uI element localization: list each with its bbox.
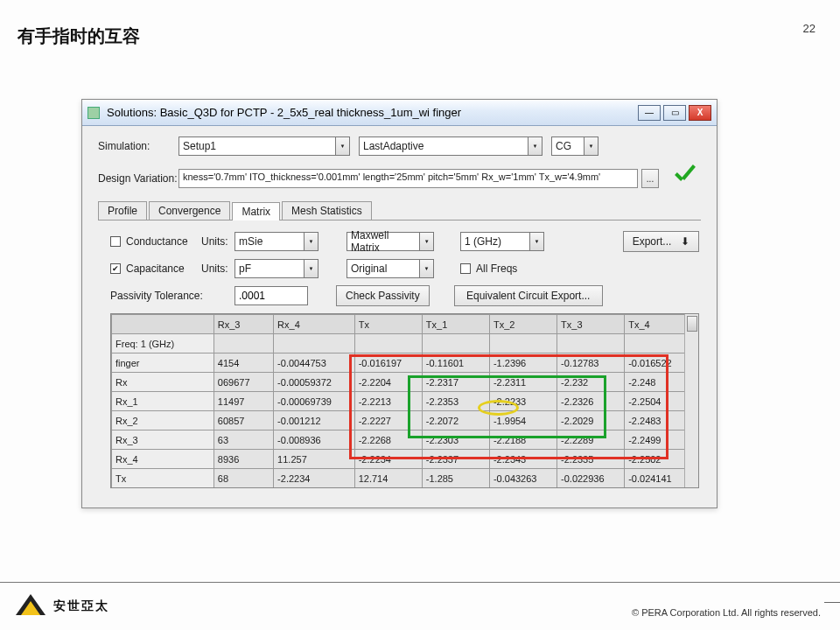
simulation-pass-select[interactable]: LastAdaptive▼ xyxy=(359,136,542,156)
frequency-select[interactable]: 1 (GHz)▼ xyxy=(460,232,544,251)
cell[interactable]: -2.232 xyxy=(557,373,625,392)
cell[interactable]: -2.2303 xyxy=(422,430,489,450)
row-header[interactable]: Rx_3 xyxy=(112,430,214,450)
cell[interactable] xyxy=(422,334,489,354)
row-header[interactable]: Rx_1 xyxy=(112,392,214,411)
design-variation-input[interactable]: kness='0.7mm' ITO_thickness='0.001mm' le… xyxy=(178,169,638,188)
cell[interactable]: -0.008936 xyxy=(274,430,355,450)
cell[interactable]: -2.2343 xyxy=(489,450,556,469)
cell[interactable]: 069677 xyxy=(214,373,273,392)
col-header[interactable]: Tx_1 xyxy=(422,315,489,334)
tab-profile[interactable]: Profile xyxy=(98,201,147,220)
simulation-setup-select[interactable]: Setup1▼ xyxy=(178,136,350,156)
row-header[interactable]: Rx_2 xyxy=(112,411,214,430)
cell[interactable]: -2.2337 xyxy=(422,450,489,469)
row-header[interactable]: Rx xyxy=(112,373,214,392)
row-header[interactable]: Freq: 1 (GHz) xyxy=(112,334,214,354)
solver-select[interactable]: CG▼ xyxy=(551,136,598,156)
cell[interactable]: -0.0044753 xyxy=(274,354,355,373)
capacitance-checkbox[interactable]: ✔ xyxy=(110,263,121,274)
titlebar[interactable]: Solutions: Basic_Q3D for PCTP - 2_5x5_re… xyxy=(82,100,717,126)
chevron-down-icon: ▼ xyxy=(335,137,349,155)
cell[interactable]: -0.043263 xyxy=(489,469,556,488)
tab-convergence[interactable]: Convergence xyxy=(149,201,230,220)
col-header[interactable]: Tx_3 xyxy=(557,315,625,334)
cell[interactable]: 68 xyxy=(214,469,273,488)
conductance-units-select[interactable]: mSie▼ xyxy=(234,232,318,251)
capacitance-units-select[interactable]: pF▼ xyxy=(234,259,318,278)
col-header[interactable] xyxy=(112,315,214,334)
close-button[interactable]: X xyxy=(689,105,711,121)
tab-matrix[interactable]: Matrix xyxy=(232,202,280,220)
cell[interactable]: 11.257 xyxy=(274,450,355,469)
col-header[interactable]: Rx_4 xyxy=(274,315,355,334)
cell[interactable]: -2.2029 xyxy=(557,411,625,430)
col-header[interactable]: Tx_2 xyxy=(489,315,556,334)
design-variation-more-button[interactable]: ... xyxy=(641,169,659,188)
cell[interactable]: -1.285 xyxy=(422,469,489,488)
row-header[interactable]: Rx_4 xyxy=(112,450,214,469)
cell[interactable]: -2.2335 xyxy=(557,450,625,469)
equivalent-circuit-export-button[interactable]: Equivalent Circuit Export... xyxy=(454,285,603,306)
cell[interactable] xyxy=(354,334,422,354)
design-variation-label: Design Variation: xyxy=(98,172,178,185)
cell[interactable] xyxy=(214,334,273,354)
cell[interactable]: -2.2072 xyxy=(422,411,489,430)
original-select[interactable]: Original▼ xyxy=(346,259,434,278)
results-table[interactable]: Rx_3Rx_4TxTx_1Tx_2Tx_3Tx_4Freq: 1 (GHz)f… xyxy=(110,313,699,488)
col-header[interactable]: Tx xyxy=(354,315,422,334)
cell[interactable]: -2.2289 xyxy=(557,430,625,450)
maxwell-matrix-select[interactable]: Maxwell Matrix▼ xyxy=(346,232,434,251)
cell[interactable]: -2.2213 xyxy=(354,392,422,411)
all-freqs-checkbox[interactable] xyxy=(460,263,471,274)
cell[interactable]: -1.2396 xyxy=(489,354,556,373)
check-passivity-button[interactable]: Check Passivity xyxy=(336,285,430,306)
maximize-button[interactable]: ▭ xyxy=(663,105,686,121)
cell[interactable]: 11497 xyxy=(214,392,273,411)
cell[interactable] xyxy=(489,334,556,354)
cell[interactable]: -0.016197 xyxy=(354,354,422,373)
cell[interactable]: -0.00069739 xyxy=(274,392,355,411)
cell[interactable]: -2.2234 xyxy=(354,450,422,469)
cell[interactable]: -0.001212 xyxy=(274,411,355,430)
tab-mesh-statistics[interactable]: Mesh Statistics xyxy=(282,201,372,220)
cell[interactable]: -0.11601 xyxy=(422,354,489,373)
cell[interactable]: 8936 xyxy=(214,450,273,469)
conductance-checkbox[interactable] xyxy=(110,236,121,247)
cell[interactable]: -2.2204 xyxy=(354,373,422,392)
row-header[interactable]: finger xyxy=(112,354,214,373)
cell[interactable]: -2.2227 xyxy=(354,411,422,430)
cell[interactable]: -0.022936 xyxy=(557,469,625,488)
cell[interactable]: 63 xyxy=(214,430,273,450)
page-number: 22 xyxy=(803,22,816,35)
cell[interactable]: -2.2317 xyxy=(422,373,489,392)
cell[interactable]: -0.00059372 xyxy=(274,373,355,392)
cell[interactable]: -2.2233 xyxy=(489,392,556,411)
cell[interactable] xyxy=(274,334,355,354)
scrollbar-thumb[interactable] xyxy=(687,316,697,332)
slide-footer: 安世亞太 © PERA Corporation Ltd. All rights … xyxy=(0,582,840,630)
cell[interactable]: 12.714 xyxy=(354,469,422,488)
passivity-tolerance-input[interactable] xyxy=(234,286,308,305)
apply-check-icon[interactable] xyxy=(671,164,701,192)
cell[interactable]: -2.2188 xyxy=(489,430,556,450)
cell[interactable]: -2.2268 xyxy=(354,430,422,450)
vertical-scrollbar[interactable] xyxy=(684,314,698,487)
export-button[interactable]: Export... ⬇ xyxy=(623,231,699,252)
cell[interactable]: -0.12783 xyxy=(557,354,625,373)
cell[interactable]: 4154 xyxy=(214,354,273,373)
cell[interactable]: -2.2234 xyxy=(274,469,355,488)
cell[interactable] xyxy=(557,334,625,354)
cell[interactable]: -2.2311 xyxy=(489,373,556,392)
minimize-button[interactable]: — xyxy=(638,105,661,121)
cell[interactable]: -2.2326 xyxy=(557,392,625,411)
cell[interactable]: 60857 xyxy=(214,411,273,430)
col-header[interactable]: Rx_3 xyxy=(214,315,273,334)
cell[interactable]: -2.2353 xyxy=(422,392,489,411)
slide-title: 有手指时的互容 xyxy=(18,24,140,48)
cell[interactable]: -1.9954 xyxy=(489,411,556,430)
chevron-down-icon: ▼ xyxy=(304,233,318,250)
chevron-down-icon: ▼ xyxy=(528,137,542,155)
download-icon: ⬇ xyxy=(675,235,690,248)
row-header[interactable]: Tx xyxy=(112,469,214,488)
